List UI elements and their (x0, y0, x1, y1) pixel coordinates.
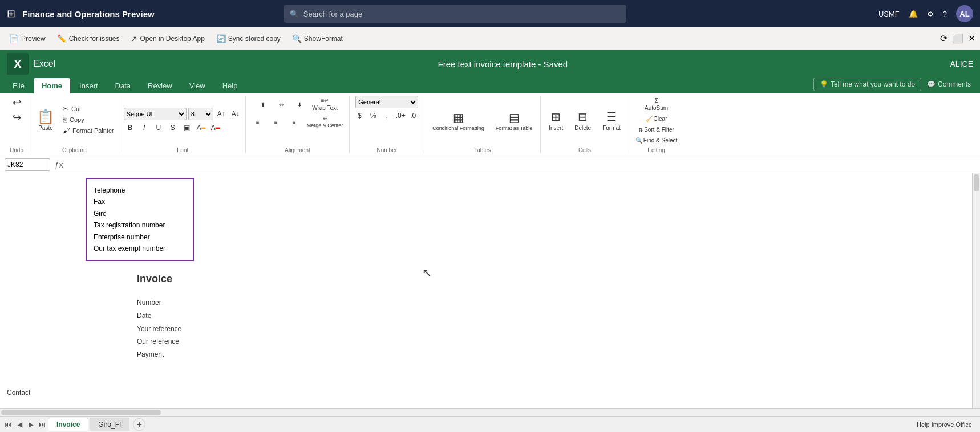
clear-label: Clear (654, 116, 667, 122)
merge-icon: ⇔ (323, 116, 327, 121)
notification-icon[interactable]: 🔔 (909, 10, 918, 18)
add-sheet-button[interactable]: + (133, 418, 145, 431)
align-left-button[interactable]: ≡ (249, 114, 266, 130)
preview-button[interactable]: 📄 Preview (5, 32, 50, 46)
number-format-select[interactable]: General (355, 96, 418, 108)
comma-button[interactable]: , (380, 109, 393, 122)
sheet-nav-prev[interactable]: ◀ (14, 419, 25, 430)
help-icon[interactable]: ? (943, 10, 947, 18)
font-size-select[interactable]: 8 (188, 108, 213, 120)
format-table-button[interactable]: ▤ Format as Table (491, 108, 537, 133)
tab-view[interactable]: View (181, 78, 213, 93)
top-nav-bar: ⊞ Finance and Operations Preview 🔍 Searc… (0, 0, 980, 27)
find-icon: 🔍 (635, 137, 642, 144)
vertical-scrollbar[interactable] (972, 173, 980, 408)
vertical-scrollbar-thumb[interactable] (974, 174, 979, 191)
autosum-label: AutoSum (645, 105, 668, 111)
tab-file[interactable]: File (5, 78, 33, 93)
clear-button[interactable]: 🧹 Clear (633, 114, 680, 124)
show-format-button[interactable]: 🔍 ShowFormat (287, 32, 347, 46)
restore-icon[interactable]: ⬜ (952, 33, 963, 44)
strikethrough-button[interactable]: S (167, 121, 179, 134)
cut-button[interactable]: ✂ Cut (60, 104, 116, 114)
tab-home[interactable]: Home (34, 78, 70, 93)
clipboard-group: 📋 Paste ✂ Cut ⎘ Copy 🖌 Format Painter (29, 96, 120, 153)
delete-button[interactable]: ⊟ Delete (570, 108, 596, 133)
fill-color-button[interactable]: A▬ (195, 121, 208, 134)
font-color-button[interactable]: A▬ (209, 121, 222, 134)
tab-invoice[interactable]: Invoice (48, 418, 88, 431)
invoice-field-1: Date (137, 309, 980, 323)
decrease-decimal-button[interactable]: .0- (408, 109, 420, 122)
tell-me-label: Tell me what you want to do (831, 80, 915, 88)
find-label: Find & Select (643, 137, 677, 144)
redo-icon: ↪ (13, 112, 21, 123)
excel-doc-title: Free text invoice template - Saved (55, 59, 950, 69)
increase-decimal-button[interactable]: .0+ (394, 109, 407, 122)
insert-button[interactable]: ⊞ Insert (544, 108, 568, 133)
undo-button[interactable]: ↩ (8, 96, 25, 109)
format-label: Format (602, 125, 621, 131)
sheet-nav-next[interactable]: ▶ (25, 419, 37, 430)
tab-insert[interactable]: Insert (71, 78, 106, 93)
sync-icon: 🔄 (216, 34, 226, 43)
autosum-button[interactable]: Σ AutoSum (642, 96, 671, 113)
increase-font-button[interactable]: A↑ (215, 108, 228, 120)
underline-button[interactable]: U (152, 121, 165, 134)
tables-group: ▦ Conditional Formatting ▤ Format as Tab… (424, 96, 541, 153)
copy-button[interactable]: ⎘ Copy (60, 115, 116, 125)
format-painter-button[interactable]: 🖌 Format Painter (60, 125, 116, 136)
paste-button[interactable]: 📋 Paste (33, 108, 59, 133)
open-desktop-button[interactable]: ↗ Open in Desktop App (126, 32, 209, 46)
conditional-formatting-button[interactable]: ▦ Conditional Formatting (428, 108, 489, 133)
tell-me-box[interactable]: 💡 Tell me what you want to do (813, 78, 921, 91)
horizontal-scrollbar[interactable] (0, 408, 980, 416)
find-select-button[interactable]: 🔍 Find & Select (633, 136, 680, 145)
cell-reference[interactable]: JK82 (5, 158, 50, 171)
merge-center-button[interactable]: ⇔ Merge & Center (304, 114, 346, 130)
italic-button[interactable]: I (138, 121, 151, 134)
align-bottom-button[interactable]: ⬇ (291, 96, 308, 113)
spreadsheet-area[interactable]: Telephone Fax Giro Tax registration numb… (0, 173, 980, 416)
tab-review[interactable]: Review (140, 78, 180, 93)
minimize-icon[interactable]: ⟳ (940, 33, 947, 44)
tab-data[interactable]: Data (107, 78, 139, 93)
grid-icon[interactable]: ⊞ (7, 7, 15, 20)
status-bar-help: Help Improve Office (917, 421, 972, 428)
formula-icon: ƒx (55, 160, 63, 169)
wrap-text-button[interactable]: ≡↵ Wrap Text (309, 96, 341, 113)
sheet-nav-last[interactable]: ⏭ (37, 419, 48, 430)
sort-filter-button[interactable]: ⇅ Sort & Filter (633, 125, 680, 135)
search-bar[interactable]: 🔍 Search for a page (284, 5, 626, 23)
redo-button[interactable]: ↪ (8, 111, 25, 124)
search-placeholder: Search for a page (303, 10, 362, 18)
horizontal-scrollbar-thumb[interactable] (1, 410, 161, 415)
tab-giro-fi[interactable]: Giro_FI (90, 418, 129, 431)
tab-help[interactable]: Help (214, 78, 246, 93)
border-button[interactable]: ▣ (181, 121, 193, 134)
percent-button[interactable]: % (367, 109, 379, 122)
align-center-button[interactable]: ≡ (268, 114, 285, 130)
wrap-text-label: Wrap Text (312, 105, 338, 111)
excel-app-name: Excel (33, 59, 55, 69)
format-button[interactable]: ☰ Format (598, 108, 625, 133)
align-middle-button[interactable]: ⇔ (273, 96, 290, 113)
format-icon: ☰ (606, 110, 617, 124)
undo-group-label: Undo (10, 147, 23, 153)
bold-button[interactable]: B (124, 121, 136, 134)
comments-button[interactable]: 💬 Comments (922, 78, 975, 91)
dollar-sign-button[interactable]: $ (353, 109, 366, 122)
close-icon[interactable]: ✕ (968, 33, 975, 44)
ribbon-tabs: File Home Insert Data Review View Help 💡… (0, 78, 980, 93)
sheet-nav-first[interactable]: ⏮ (2, 419, 14, 430)
align-top-button[interactable]: ⬆ (254, 96, 272, 113)
invoice-field-3: Our reference (137, 335, 980, 348)
formula-input[interactable] (68, 158, 975, 171)
sync-button[interactable]: 🔄 Sync stored copy (212, 32, 285, 46)
decrease-font-button[interactable]: A↓ (229, 108, 242, 120)
check-issues-button[interactable]: ✏️ Check for issues (52, 32, 124, 46)
align-right-button[interactable]: ≡ (286, 114, 303, 130)
invoice-title: Invoice (137, 273, 980, 285)
font-name-select[interactable]: Segoe UI (124, 108, 187, 120)
settings-icon[interactable]: ⚙ (927, 10, 934, 18)
